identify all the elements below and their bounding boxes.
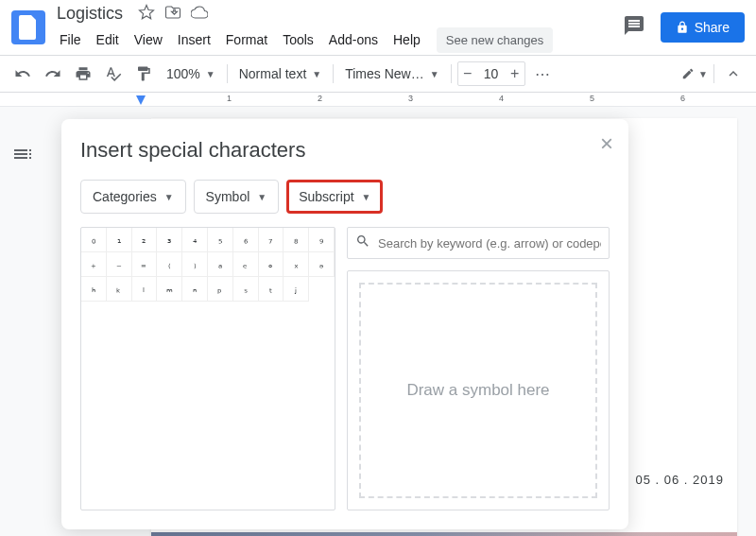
chevron-down-icon: ▼ [164,192,174,202]
menubar: File Edit View Insert Format Tools Add-o… [53,27,623,53]
menu-addons[interactable]: Add-ons [322,28,385,51]
docs-logo-icon[interactable] [11,10,45,44]
search-icon [355,233,370,252]
font-size-decrease[interactable]: − [458,62,477,85]
comments-icon[interactable] [623,14,645,41]
subscript-select[interactable]: Subscript ▼ [286,180,383,214]
char-cell[interactable]: ₁ [107,228,132,252]
menu-file[interactable]: File [53,28,88,51]
font-size-control: − 10 + [457,61,525,86]
chevron-down-icon: ▼ [206,69,215,79]
draw-hint: Draw a symbol here [406,381,549,400]
font-size-increase[interactable]: + [506,62,524,85]
document-date: 05 . 06 . 2019 [635,473,724,487]
chevron-down-icon: ▼ [430,69,439,79]
char-cell[interactable]: ₕ [81,277,107,302]
symbol-select[interactable]: Symbol ▼ [194,180,280,214]
menu-help[interactable]: Help [387,28,427,51]
insert-special-characters-dialog: Insert special characters × Categories ▼… [61,119,628,529]
paint-format-icon[interactable] [130,61,157,87]
menu-insert[interactable]: Insert [171,28,217,51]
toolbar: 100% ▼ Normal text ▼ Times New… ▼ − 10 +… [0,55,756,93]
indent-marker[interactable] [136,95,146,105]
char-cell[interactable]: ₔ [309,252,335,277]
char-cell[interactable]: ₀ [81,228,107,252]
character-grid: ₀₁₂₃₄₅₆₇₈₉₊₋₌₍₎ₐₑₒₓₔₕₖₗₘₙₚₛₜⱼ [80,227,335,510]
char-cell[interactable]: ₂ [132,228,158,252]
share-button[interactable]: Share [661,12,745,43]
char-cell[interactable]: ₃ [157,228,182,252]
chevron-down-icon: ▼ [257,192,266,202]
char-cell[interactable]: ₋ [107,252,132,277]
move-icon[interactable] [164,4,181,25]
outline-icon[interactable] [11,143,34,165]
char-cell[interactable]: ₎ [182,252,208,277]
collapse-icon[interactable] [720,61,747,87]
menu-view[interactable]: View [128,28,169,51]
font-size-value[interactable]: 10 [477,66,506,81]
search-box [347,227,610,259]
char-cell[interactable]: ₙ [182,277,208,302]
char-cell[interactable]: ₆ [233,228,259,252]
char-cell[interactable]: ₄ [182,228,208,252]
char-cell[interactable]: ₈ [284,228,309,252]
close-icon[interactable]: × [600,130,613,157]
undo-icon[interactable] [9,61,36,87]
char-cell[interactable]: ₛ [233,277,259,302]
char-cell[interactable]: ₗ [132,277,158,302]
menu-tools[interactable]: Tools [276,28,320,51]
print-icon[interactable] [70,61,96,87]
dialog-title: Insert special characters [80,138,610,163]
document-title[interactable]: Logistics [53,2,127,26]
more-icon[interactable]: ⋯ [529,61,556,87]
font-family-select[interactable]: Times New… ▼ [339,62,444,85]
categories-select[interactable]: Categories ▼ [80,180,186,214]
chevron-down-icon: ▼ [312,69,321,79]
char-cell[interactable]: ₍ [157,252,182,277]
char-cell[interactable]: ₖ [107,277,132,302]
char-cell[interactable]: ₇ [259,228,284,252]
char-cell[interactable]: ₉ [309,228,335,252]
char-cell[interactable]: ₓ [284,252,309,277]
see-new-changes[interactable]: See new changes [437,27,553,53]
star-icon[interactable] [138,4,155,25]
char-cell[interactable]: ₐ [208,252,233,277]
char-cell[interactable]: ₚ [208,277,233,302]
document-image[interactable] [151,532,737,536]
char-cell[interactable]: ₑ [233,252,259,277]
cloud-icon[interactable] [191,4,208,25]
spellcheck-icon[interactable] [100,61,127,87]
char-cell[interactable]: ₒ [259,252,284,277]
zoom-select[interactable]: 100% ▼ [161,62,221,85]
menu-format[interactable]: Format [219,28,274,51]
search-input[interactable] [378,236,601,251]
editing-mode-icon[interactable]: ▼ [681,61,708,87]
chevron-down-icon: ▼ [362,192,371,202]
char-cell[interactable]: ⱼ [284,277,309,302]
ruler: 1 2 3 4 5 6 [0,93,756,107]
draw-box: Draw a symbol here [347,270,610,510]
char-cell[interactable]: ₘ [157,277,182,302]
paragraph-style-select[interactable]: Normal text ▼ [233,62,327,85]
char-cell[interactable]: ₜ [259,277,284,302]
char-cell[interactable]: ₊ [81,252,107,277]
redo-icon[interactable] [40,61,66,87]
char-cell[interactable]: ₌ [132,252,158,277]
char-cell[interactable]: ₅ [208,228,233,252]
menu-edit[interactable]: Edit [90,28,126,51]
